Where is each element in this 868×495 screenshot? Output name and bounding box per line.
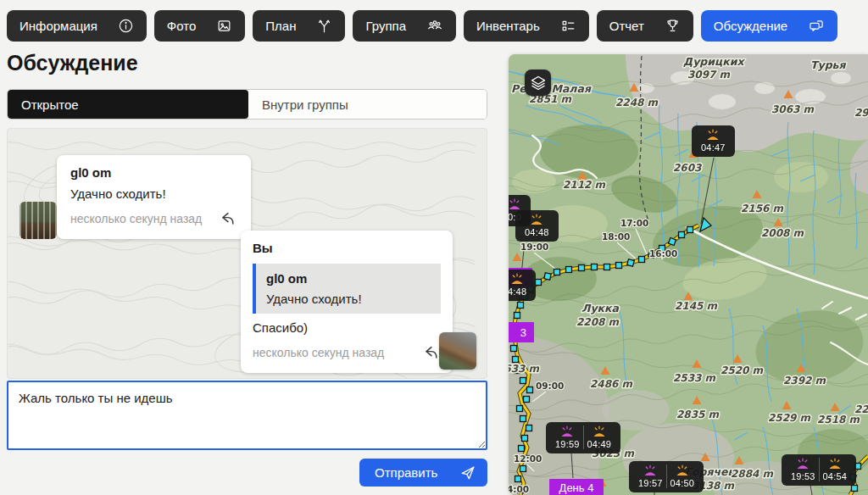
waypoint-badge[interactable]: 4:48 [509, 270, 536, 301]
tab-plan[interactable]: План [253, 10, 345, 42]
elevation-label: 3063 m [771, 103, 815, 115]
elevation-label: 2518 m [817, 414, 860, 425]
quoted-message: gl0 om Удачно сходить! [253, 264, 441, 314]
waypoint-time: 19:59 [555, 439, 580, 449]
reply-arrow-icon [422, 344, 439, 361]
elevation-label: 2633 m [509, 363, 540, 375]
elevation-label: 2835 m [676, 409, 720, 420]
message-author: gl0 om [70, 165, 237, 180]
message-card: Вы gl0 om Удачно сходить! Спасибо) неско… [241, 231, 453, 373]
waypoint-time: 04:49 [587, 439, 612, 449]
send-plane-icon [460, 465, 476, 481]
send-label: Отправить [375, 465, 437, 480]
waypoint-badge-pair[interactable]: 19:57 04:50 [629, 461, 704, 492]
tab-discussion[interactable]: Обсуждение [701, 10, 837, 42]
elevation-label: 2208 m [576, 316, 620, 328]
elevation-label: 2884 m [731, 468, 774, 480]
place-label: Дурицких [683, 55, 745, 68]
page-title: Обсуждение [7, 51, 487, 75]
message-author: Вы [253, 241, 441, 255]
elevation-label: 2008 m [761, 227, 804, 239]
waypoint-time: 04:54 [823, 471, 848, 481]
reply-button[interactable] [217, 209, 237, 229]
elevation-label: 2392 m [783, 375, 826, 387]
chat-message: gl0 om Удачно сходить! несколько секунд … [19, 155, 251, 239]
track-time-label: 16:00 [649, 248, 677, 259]
tab-label: План [265, 19, 296, 33]
quote-text: Удачно сходить! [266, 292, 431, 306]
elevation-label: 2248 m [615, 97, 659, 108]
waypoint-badge-pair[interactable]: 19:53 04:54 [782, 454, 856, 486]
pass-icon [828, 458, 842, 470]
tab-label: Обсуждение [714, 19, 787, 33]
route-map[interactable]: 2851 m Речка Малая Дурицких 3097 m Турья… [509, 54, 868, 495]
camp-icon [643, 464, 657, 476]
track-time-label: 19:00 [520, 242, 548, 252]
message-time: несколько секунд назад [253, 346, 384, 359]
elevation-label: 2112 m [563, 179, 606, 191]
camp-icon [509, 198, 521, 210]
filter-tab-open[interactable]: Открытое [8, 90, 248, 119]
layers-icon [530, 75, 547, 92]
place-label: Турья [810, 58, 847, 71]
photo-icon [216, 18, 232, 34]
elevation-label: 3097 m [687, 69, 731, 81]
elevation-label: 2529 m [768, 412, 811, 424]
elevation-label: 22 [854, 403, 868, 415]
elevation-label: 2486 m [590, 378, 633, 390]
checklist-icon [560, 18, 576, 34]
track-time-label: 09:00 [536, 381, 564, 391]
message-input[interactable]: Жаль только ты не идешь [7, 381, 487, 450]
tab-group[interactable]: Группа [353, 10, 456, 42]
reply-arrow-icon [219, 210, 236, 227]
tab-photo[interactable]: Фото [154, 10, 245, 42]
waypoint-badge[interactable]: 04:47 [692, 125, 735, 157]
message-text: Удачно сходить! [70, 186, 237, 201]
place-label: Лукка [581, 302, 619, 314]
tab-inventory[interactable]: Инвентарь [464, 10, 589, 42]
waypoint-time: 04:48 [525, 227, 549, 237]
chat-thread: gl0 om Удачно сходить! несколько секунд … [7, 128, 487, 379]
elevation-label: 2603 [673, 162, 703, 174]
chat-bubbles-icon [808, 18, 825, 34]
discussion-panel: Обсуждение Открытое Внутри группы [7, 51, 487, 487]
camp-icon [796, 458, 810, 470]
waypoint-badge[interactable]: 04:48 [515, 210, 559, 242]
message-card: gl0 om Удачно сходить! несколько секунд … [57, 155, 251, 239]
waypoint-badge-pair[interactable]: 19:59 04:49 [546, 422, 620, 453]
day-4-marker[interactable]: День 4 [549, 479, 604, 495]
message-text: Спасибо) [253, 320, 441, 335]
chat-message: Вы gl0 om Удачно сходить! Спасибо) неско… [241, 231, 459, 373]
elevation-label: 2533 m [673, 372, 716, 384]
track-time-label: 12:00 [514, 453, 542, 464]
elevation-label: 2145 m [675, 300, 718, 312]
tab-information[interactable]: Информация [7, 10, 147, 42]
waypoint-time: 19:53 [791, 471, 815, 481]
route-fork-icon [316, 18, 332, 34]
discussion-filter-tabs: Открытое Внутри группы [7, 89, 487, 120]
message-time: несколько секунд назад [70, 212, 202, 225]
tab-label: Фото [167, 19, 196, 33]
waypoint-time: 04:47 [701, 142, 726, 153]
info-icon [118, 18, 134, 34]
tab-label: Информация [19, 19, 97, 33]
waypoint-time: 04:50 [670, 478, 695, 488]
map-layers-button[interactable] [525, 70, 551, 96]
pass-icon [593, 425, 606, 437]
day-3-marker[interactable]: 3 [509, 322, 534, 342]
filter-tab-in-group[interactable]: Внутри группы [248, 90, 487, 119]
camp-icon [560, 425, 574, 437]
send-button[interactable]: Отправить [359, 459, 487, 487]
waypoint-time: 4:48 [509, 286, 526, 297]
pass-icon [706, 129, 720, 141]
message-composer: Жаль только ты не идешь Отправить [7, 381, 487, 487]
reply-button[interactable] [420, 342, 441, 363]
tab-label: Отчет [609, 19, 644, 33]
top-nav: Информация Фото План Группа Инвентарь От… [0, 0, 868, 42]
quote-author: gl0 om [266, 271, 431, 286]
pass-icon [530, 214, 543, 225]
group-icon [426, 18, 443, 34]
track-time-label: 17:00 [620, 218, 648, 228]
tab-report[interactable]: Отчет [597, 10, 693, 42]
tab-label: Группа [365, 19, 406, 33]
